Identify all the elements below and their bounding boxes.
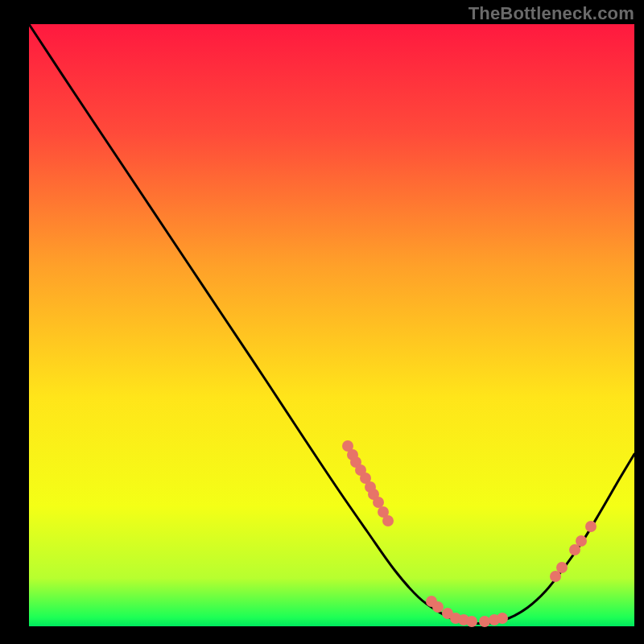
- data-marker: [373, 497, 384, 508]
- bottleneck-chart: [0, 0, 644, 644]
- data-marker: [382, 515, 394, 526]
- data-marker: [576, 535, 587, 547]
- data-marker: [466, 616, 477, 627]
- chart-container: { "watermark": "TheBottleneck.com", "cha…: [0, 0, 644, 644]
- watermark-text: TheBottleneck.com: [469, 3, 634, 24]
- data-marker: [497, 613, 508, 624]
- data-marker: [479, 616, 490, 627]
- data-marker: [432, 601, 444, 613]
- plot-background: [29, 24, 634, 626]
- data-marker: [556, 562, 568, 573]
- data-marker: [585, 521, 597, 532]
